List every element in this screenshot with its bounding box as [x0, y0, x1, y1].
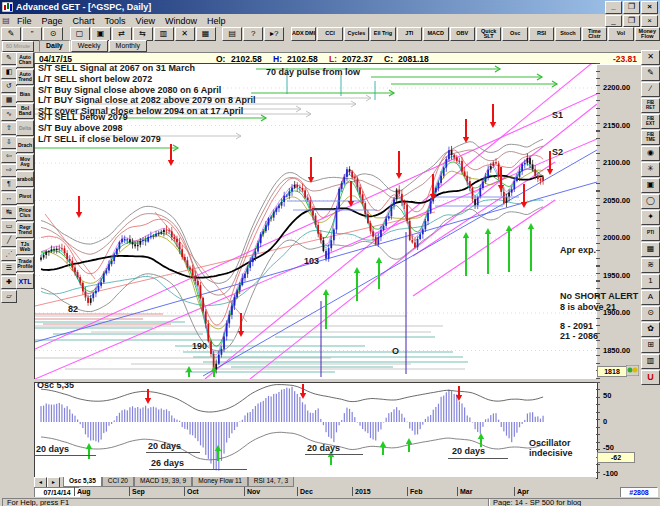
palette-icon[interactable]: ✿ [641, 322, 660, 337]
indicator-tab-cci-20[interactable]: CCI 20 [102, 477, 134, 487]
study-button-quick-slt[interactable]: Quick SLT [476, 27, 501, 41]
study-shortcut-auto-chan[interactable]: Auto Chan [16, 52, 34, 68]
prev-page-icon[interactable]: ⇄ [112, 27, 132, 41]
study-shortcut-xtl[interactable]: XTL [16, 273, 34, 289]
trendline-tool-icon[interactable]: ∕ [641, 82, 660, 97]
elliott-wave-icon[interactable]: ∿ [1, 108, 17, 121]
pencil-tool-icon[interactable]: ✎ [641, 66, 660, 81]
study-button-cycles[interactable]: Cycles [344, 27, 369, 41]
menu-view[interactable]: View [131, 16, 160, 26]
menu-chart[interactable]: Chart [68, 16, 100, 26]
study-shortcut-parabolic[interactable]: Parabolic [16, 171, 34, 187]
fib-retracement-icon[interactable]: FIB RET [641, 98, 660, 113]
study-button-obv[interactable]: OBV [450, 27, 475, 41]
folder-icon[interactable]: ▱ [1, 290, 17, 303]
chart-type-icon[interactable]: ▦ [196, 27, 216, 41]
reset-tool-icon[interactable]: ↺ [1, 80, 17, 93]
shapes-tool-icon[interactable]: ✦ [641, 210, 660, 225]
scroll-right-icon[interactable]: ⇨ [1, 164, 17, 177]
study-shortcut-delta[interactable]: Delta [16, 120, 34, 136]
menu-file[interactable]: File [12, 16, 37, 26]
study-shortcut-price-clus[interactable]: Price Clus [16, 205, 34, 221]
study-button-ell-trig[interactable]: Ell Trig [370, 27, 395, 41]
pencil-tool-icon[interactable]: ✎ [1, 52, 17, 65]
fib-extension-icon[interactable]: FIB EXT [641, 114, 660, 129]
study-button-adx-dmi[interactable]: ADX DMI [291, 27, 316, 41]
box-tool-icon[interactable]: ▣ [641, 178, 660, 193]
menu-help[interactable]: Help [202, 16, 231, 26]
study-button-money-flow[interactable]: Money Flow [635, 27, 660, 41]
menu-page[interactable]: Page [37, 16, 68, 26]
period-tab-weekly[interactable]: Weekly [71, 40, 108, 52]
ellipse-tool-icon[interactable]: ◯ [641, 194, 660, 209]
period-tab-monthly[interactable]: Monthly [109, 40, 148, 52]
study-button-time-clstr[interactable]: Time Clstr [582, 27, 607, 41]
study-list-icon[interactable]: ▦ [1, 94, 17, 107]
study-button-rsi[interactable]: RSI [529, 27, 554, 41]
lines-tool-icon[interactable]: ╱ [1, 234, 17, 247]
study-shortcut-bias[interactable]: Bias [16, 86, 34, 102]
expand-bars-icon[interactable]: ↔ [1, 192, 17, 205]
period-tab-daily[interactable]: Daily [39, 40, 70, 52]
study-shortcut-pivot[interactable]: Pivot [16, 188, 34, 204]
delete-icon[interactable]: ✕ [175, 27, 195, 41]
study-shortcut-drach[interactable]: Drach [16, 137, 34, 153]
gann-circle-icon[interactable]: ◉ [641, 146, 660, 161]
print-icon[interactable]: ▤ [222, 27, 242, 41]
box-select-icon[interactable]: ▭ [1, 220, 17, 233]
study-button-vol[interactable]: Vol [608, 27, 633, 41]
study-shortcut-tjs-web[interactable]: TJs Web [16, 239, 34, 255]
oscillator-panel[interactable] [34, 382, 598, 479]
study-shortcut-bol-band[interactable]: Bol Band [16, 103, 34, 119]
flag-tool-icon[interactable]: ◧ [1, 66, 17, 79]
study-shortcut-regr-trend[interactable]: Regr Trend [16, 222, 34, 238]
pti-icon[interactable]: PTI [641, 226, 660, 241]
delete-tool-icon[interactable]: ✕ [641, 50, 660, 65]
undo-icon[interactable]: U [641, 370, 660, 385]
label-tool-icon[interactable]: 1 [641, 274, 660, 289]
grid-tool-icon[interactable]: ▦ [641, 242, 660, 257]
child-close-button[interactable]: × [641, 15, 658, 27]
study-button-stoch[interactable]: Stoch [555, 27, 580, 41]
fib-time-icon[interactable]: FIB TME [641, 130, 660, 145]
close-button[interactable]: × [641, 1, 658, 14]
help-icon[interactable]: ? [243, 27, 263, 41]
indicator-tab-money-flow-11[interactable]: Money Flow 11 [192, 477, 248, 487]
menu-tools[interactable]: Tools [100, 16, 131, 26]
child-restore-button[interactable]: ❐ [623, 15, 640, 27]
zoom-icon[interactable]: ⊙ [43, 27, 63, 41]
scroll-left-icon[interactable]: ⇦ [1, 150, 17, 163]
options-grid-icon[interactable]: ⊞ [641, 338, 660, 353]
next-page-icon[interactable]: ⇆ [133, 27, 153, 41]
compress-bars-icon[interactable]: ↹ [1, 206, 17, 219]
indicator-tab-macd-19-39-9[interactable]: MACD 19, 39, 9 [134, 477, 192, 487]
scroll-up-icon[interactable]: ⇧ [1, 122, 17, 135]
study-button-osc[interactable]: Osc [502, 27, 527, 41]
child-minimize-button[interactable]: _ [605, 15, 622, 27]
scroll-down-icon[interactable]: ⇩ [1, 136, 17, 149]
copy-page-icon[interactable]: ▥ [641, 354, 660, 369]
study-shortcut-mov-avg[interactable]: Mov Avg [16, 154, 34, 170]
quote-icon[interactable]: ” [22, 27, 42, 41]
restore-button[interactable]: ❐ [623, 1, 640, 14]
menu-window[interactable]: Window [160, 16, 202, 26]
study-button-jti[interactable]: JTI [397, 27, 422, 41]
fib-lines-icon[interactable]: ☰ [1, 262, 17, 275]
copy-chart-icon[interactable]: ▥ [154, 27, 174, 41]
study-shortcut-auto-trend[interactable]: Auto Trend [16, 69, 34, 85]
indicator-tab-rsi-14-7-3[interactable]: RSI 14, 7, 3 [248, 477, 294, 487]
open-layout-icon[interactable]: ▣ [91, 27, 111, 41]
study-button-cci[interactable]: CCI [317, 27, 342, 41]
indicator-tab-osc-5-35[interactable]: Osc 5,35 [63, 477, 102, 487]
minimize-button[interactable]: _ [605, 1, 622, 14]
study-button-macd[interactable]: MACD [423, 27, 448, 41]
gann-fan-icon[interactable]: ⋰ [1, 248, 17, 261]
zoom-tool-icon[interactable]: ⊙ [641, 306, 660, 321]
mob-icon[interactable]: ≋ [641, 258, 660, 273]
bar-number-icon[interactable]: ¶ [1, 178, 17, 191]
alert-sparkle-icon[interactable] [626, 365, 639, 376]
gann-fan-icon[interactable]: ✳ [641, 162, 660, 177]
new-chart-icon[interactable]: ▢ [70, 27, 90, 41]
study-shortcut-trade-profile[interactable]: Trade Profile [16, 256, 34, 272]
text-tool-icon[interactable]: A [641, 290, 660, 305]
